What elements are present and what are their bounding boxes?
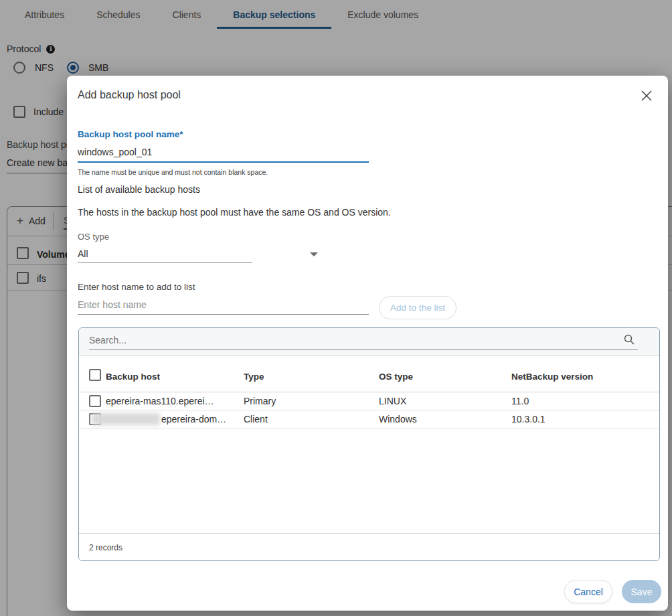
records-count: 2 records xyxy=(89,543,122,552)
host-name-cell: epereira-dom… xyxy=(161,414,226,425)
host-name-input-underline xyxy=(78,314,369,315)
host-os-cell: Windows xyxy=(379,414,417,425)
host-name-input[interactable]: Enter host name xyxy=(78,299,147,310)
column-netbackup-version: NetBackup version xyxy=(511,372,593,382)
add-to-list-button[interactable]: Add to the list xyxy=(379,296,456,319)
hosts-table-header: Backup host Type OS type NetBackup versi… xyxy=(79,356,659,392)
close-icon[interactable] xyxy=(640,89,653,102)
search-input[interactable]: Search... xyxy=(89,335,127,345)
column-type: Type xyxy=(244,372,264,382)
hosts-table-footer: 2 records xyxy=(79,533,659,560)
search-input-underline xyxy=(89,349,638,350)
add-backup-host-pool-dialog: Add backup host pool Backup host pool na… xyxy=(67,76,668,611)
dialog-title: Add backup host pool xyxy=(78,89,181,101)
hosts-search-row: Search... xyxy=(79,328,659,356)
host-version-cell: 10.3.0.1 xyxy=(511,414,545,425)
save-button[interactable]: Save xyxy=(622,580,661,603)
os-type-select[interactable]: All xyxy=(78,248,88,259)
column-os-type: OS type xyxy=(379,372,413,382)
chevron-down-icon[interactable] xyxy=(310,252,318,256)
add-to-list-label: Add to the list xyxy=(390,303,445,313)
cancel-label: Cancel xyxy=(574,587,603,597)
host-name-cell: epereira-mas110.eperei… xyxy=(106,396,214,406)
cancel-button[interactable]: Cancel xyxy=(564,580,612,603)
host-type-cell: Client xyxy=(244,414,268,425)
os-type-select-underline xyxy=(78,262,252,263)
redacted-text-blur xyxy=(92,413,160,425)
host-row-checkbox[interactable] xyxy=(89,395,101,407)
pool-name-input-underline xyxy=(78,161,369,163)
save-label: Save xyxy=(631,587,653,597)
same-os-note: The hosts in the backup host pool must h… xyxy=(78,207,391,218)
host-name-field-label: Enter host name to add to list xyxy=(78,282,195,292)
host-row[interactable]: epereira-dom… Client Windows 10.3.0.1 xyxy=(79,410,659,429)
pool-name-label: Backup host pool name* xyxy=(78,129,183,139)
os-type-label: OS type xyxy=(78,232,109,242)
host-type-cell: Primary xyxy=(244,396,276,406)
select-all-hosts-checkbox[interactable] xyxy=(89,369,101,381)
search-icon[interactable] xyxy=(623,333,635,345)
host-version-cell: 11.0 xyxy=(511,396,529,406)
column-backup-host: Backup host xyxy=(106,372,160,382)
pool-name-input[interactable]: windows_pool_01 xyxy=(78,147,152,157)
hosts-table-panel: Search... Backup host Type OS type NetBa… xyxy=(78,327,660,561)
available-hosts-heading: List of available backup hosts xyxy=(78,184,200,195)
host-os-cell: LINUX xyxy=(379,396,406,406)
pool-name-helper-text: The name must be unique and must not con… xyxy=(78,168,268,176)
host-row[interactable]: epereira-mas110.eperei… Primary LINUX 11… xyxy=(79,392,659,410)
